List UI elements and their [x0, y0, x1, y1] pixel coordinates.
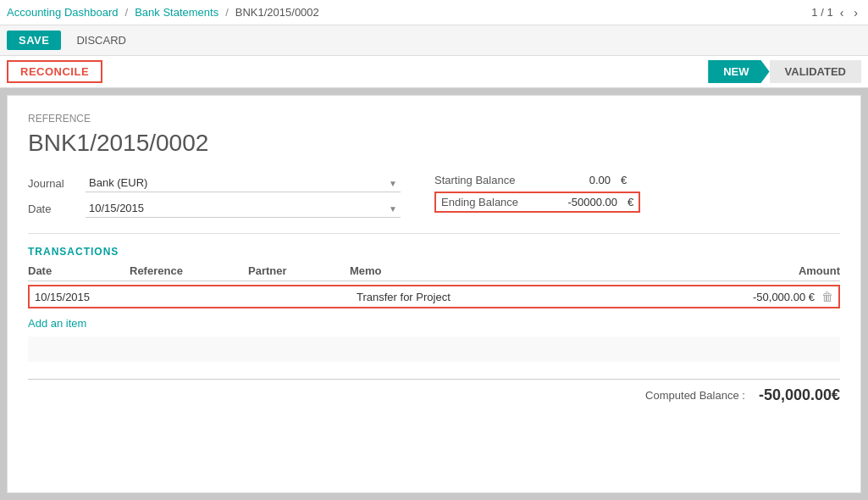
breadcrumb-home[interactable]: Accounting Dashboard [7, 6, 119, 19]
table-header: Date Reference Partner Memo Amount [28, 264, 840, 281]
journal-select[interactable]: Bank (EUR) [86, 174, 401, 192]
col-header-memo: Memo [350, 264, 721, 277]
table-row[interactable]: 10/15/2015 Transfer for Project -50,000.… [28, 285, 840, 308]
journal-field: Journal Bank (EUR) ▼ [28, 174, 401, 192]
next-arrow[interactable]: › [850, 6, 861, 19]
delete-row-icon[interactable]: 🗑 [821, 290, 833, 303]
row-amount: -50,000.00 € [696, 291, 815, 303]
status-tabs: NEW VALIDATED [708, 60, 861, 83]
date-input-wrapper: ▼ [86, 199, 401, 218]
pagination-text: 1 / 1 [811, 6, 832, 19]
form-row: Journal Bank (EUR) ▼ Date ▼ St [28, 174, 840, 225]
col-header-partner: Partner [248, 264, 350, 277]
computed-balance-row: Computed Balance : -50,000.00€ [28, 379, 840, 404]
prev-arrow[interactable]: ‹ [837, 6, 848, 19]
form-left: Journal Bank (EUR) ▼ Date ▼ [28, 174, 401, 225]
reference-value: BNK1/2015/0002 [28, 130, 840, 157]
computed-balance-value: -50,000.00€ [759, 386, 840, 404]
row-memo: Transfer for Project [357, 291, 696, 303]
row-date: 10/15/2015 [35, 291, 136, 303]
reference-label: Reference [28, 113, 840, 125]
journal-label: Journal [28, 177, 79, 190]
tab-validated[interactable]: VALIDATED [770, 60, 861, 83]
transactions-header: TRANSACTIONS [28, 233, 840, 258]
col-header-amount: Amount [721, 264, 840, 277]
starting-balance-row: Starting Balance 0.00 € [434, 174, 840, 186]
save-button[interactable]: SAVE [7, 31, 61, 50]
pagination-controls: 1 / 1 ‹ › [811, 6, 861, 19]
breadcrumb-sep2: / [225, 6, 229, 19]
computed-balance-label: Computed Balance : [645, 389, 745, 402]
breadcrumb-current: BNK1/2015/0002 [235, 6, 319, 19]
main-content: Reference BNK1/2015/0002 Journal Bank (E… [7, 95, 861, 493]
ending-balance-row: Ending Balance -50000.00 € [434, 192, 640, 213]
reconcile-button[interactable]: RECONCILE [7, 60, 102, 83]
add-item-link[interactable]: Add an item [28, 314, 840, 333]
starting-balance-label: Starting Balance [434, 174, 536, 186]
ending-balance-currency: € [628, 196, 633, 208]
action-bar: SAVE DISCARD [0, 25, 868, 56]
starting-balance-value: 0.00 [543, 174, 611, 186]
journal-select-wrapper: Bank (EUR) ▼ [86, 174, 401, 192]
ending-balance-value: -50000.00 [550, 196, 617, 208]
starting-balance-currency: € [621, 174, 627, 186]
col-header-reference: Reference [130, 264, 248, 277]
empty-row [28, 336, 840, 362]
form-right: Starting Balance 0.00 € Ending Balance -… [434, 174, 840, 213]
top-bar: Accounting Dashboard / Bank Statements /… [0, 0, 868, 25]
date-input[interactable] [86, 199, 401, 218]
date-label: Date [28, 203, 79, 215]
date-field: Date ▼ [28, 199, 401, 218]
status-bar: RECONCILE NEW VALIDATED [0, 56, 868, 88]
breadcrumb-bank-statements[interactable]: Bank Statements [135, 6, 218, 19]
tab-new[interactable]: NEW [708, 60, 769, 83]
col-header-date: Date [28, 264, 130, 277]
ending-balance-label: Ending Balance [441, 196, 543, 208]
discard-button[interactable]: DISCARD [68, 31, 135, 50]
breadcrumb-sep1: / [125, 6, 129, 19]
